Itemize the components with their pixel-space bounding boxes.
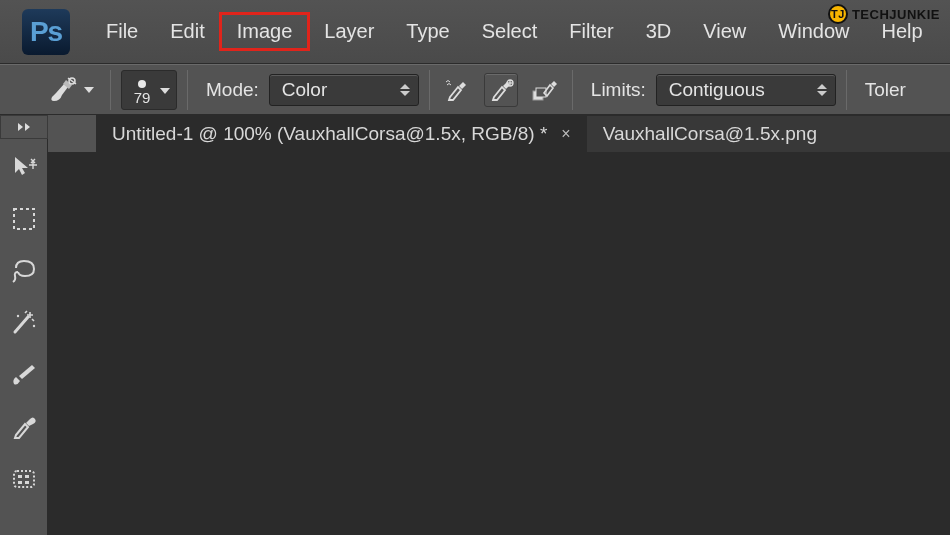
svg-rect-9 bbox=[14, 471, 34, 487]
document-tabstrip: Untitled-1 @ 100% (VauxhallCorsa@1.5x, R… bbox=[96, 115, 950, 152]
svg-point-7 bbox=[16, 315, 18, 317]
color-replacement-tool-icon bbox=[48, 77, 78, 103]
document-tab-title: VauxhallCorsa@1.5x.png bbox=[603, 123, 817, 145]
menu-view[interactable]: View bbox=[687, 14, 762, 49]
chevron-right-icon bbox=[25, 123, 30, 131]
app-logo-text: Ps bbox=[30, 16, 62, 48]
options-bar: 79 Mode: Color Limits: bbox=[0, 64, 950, 115]
document-tab-title: Untitled-1 @ 100% (VauxhallCorsa@1.5x, R… bbox=[112, 123, 547, 145]
mode-value: Color bbox=[282, 79, 327, 101]
limits-select[interactable]: Contiguous bbox=[656, 74, 836, 106]
menu-3d[interactable]: 3D bbox=[630, 14, 688, 49]
tools-panel bbox=[0, 139, 48, 535]
divider bbox=[846, 70, 847, 110]
svg-rect-10 bbox=[18, 475, 22, 478]
magic-wand-tool-icon bbox=[10, 310, 38, 336]
lasso-tool-icon bbox=[10, 258, 38, 284]
eyedropper-continuous-icon bbox=[444, 79, 470, 101]
menu-file[interactable]: File bbox=[90, 14, 154, 49]
brush-tool-icon bbox=[10, 362, 38, 388]
menu-filter[interactable]: Filter bbox=[553, 14, 629, 49]
menu-select[interactable]: Select bbox=[466, 14, 554, 49]
tool-preset-picker[interactable] bbox=[42, 75, 100, 105]
menu-type[interactable]: Type bbox=[390, 14, 465, 49]
move-tool-icon bbox=[10, 153, 38, 181]
app-logo[interactable]: Ps bbox=[22, 9, 70, 55]
tolerance-label: Toler bbox=[865, 79, 906, 101]
marquee-tool[interactable] bbox=[4, 199, 44, 239]
chevron-down-icon bbox=[84, 87, 94, 93]
brush-size-value: 79 bbox=[134, 90, 151, 105]
pattern-stamp-icon bbox=[11, 467, 37, 491]
sampling-once-button[interactable] bbox=[484, 73, 518, 107]
menu-image[interactable]: Image bbox=[221, 14, 309, 49]
svg-rect-12 bbox=[18, 481, 22, 484]
divider bbox=[572, 70, 573, 110]
watermark-logo-icon: TJ bbox=[828, 4, 848, 24]
document-tab[interactable]: Untitled-1 @ 100% (VauxhallCorsa@1.5x, R… bbox=[96, 116, 587, 152]
sampling-continuous-button[interactable] bbox=[440, 73, 474, 107]
close-icon[interactable]: × bbox=[561, 125, 570, 143]
sampling-background-button[interactable] bbox=[528, 73, 562, 107]
menu-layer[interactable]: Layer bbox=[308, 14, 390, 49]
canvas-area[interactable] bbox=[48, 152, 950, 535]
eyedropper-tool-icon bbox=[11, 414, 37, 440]
menu-bar: Ps File Edit Image Layer Type Select Fil… bbox=[0, 0, 950, 64]
limits-value: Contiguous bbox=[669, 79, 765, 101]
svg-point-8 bbox=[32, 325, 34, 327]
divider bbox=[187, 70, 188, 110]
brush-preview-icon bbox=[138, 80, 146, 88]
menu-edit[interactable]: Edit bbox=[154, 14, 220, 49]
watermark: TJ TECHJUNKIE bbox=[828, 4, 940, 24]
svg-rect-13 bbox=[25, 481, 29, 484]
watermark-text: TECHJUNKIE bbox=[852, 7, 940, 22]
lasso-tool[interactable] bbox=[4, 251, 44, 291]
document-tab[interactable]: VauxhallCorsa@1.5x.png bbox=[587, 116, 833, 152]
limits-label: Limits: bbox=[591, 79, 646, 101]
brush-preset-picker[interactable]: 79 bbox=[121, 70, 177, 110]
toolbar-collapse-handle[interactable] bbox=[0, 115, 48, 139]
mode-label: Mode: bbox=[206, 79, 259, 101]
eyedropper-tool[interactable] bbox=[4, 407, 44, 447]
menu-items: File Edit Image Layer Type Select Filter… bbox=[90, 14, 939, 49]
pattern-stamp-tool[interactable] bbox=[4, 459, 44, 499]
marquee-tool-icon bbox=[11, 206, 37, 232]
svg-rect-6 bbox=[14, 209, 34, 229]
divider bbox=[110, 70, 111, 110]
divider bbox=[429, 70, 430, 110]
chevron-right-icon bbox=[18, 123, 23, 131]
mode-select[interactable]: Color bbox=[269, 74, 419, 106]
eyedropper-swatch-icon bbox=[532, 79, 558, 101]
svg-rect-11 bbox=[25, 475, 29, 478]
chevron-down-icon bbox=[160, 88, 170, 94]
move-tool[interactable] bbox=[4, 147, 44, 187]
eyedropper-once-icon bbox=[488, 79, 514, 101]
brush-tool[interactable] bbox=[4, 355, 44, 395]
magic-wand-tool[interactable] bbox=[4, 303, 44, 343]
